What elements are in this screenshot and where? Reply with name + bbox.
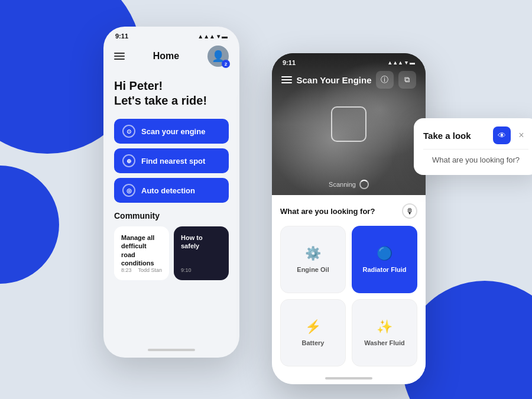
- scan-status: Scanning: [329, 180, 369, 189]
- scan-frame: [331, 106, 366, 142]
- home-indicator: [148, 349, 195, 351]
- community-cards: Manage all defficult road conditions 8:2…: [114, 226, 229, 280]
- what-looking-text: What are you looking for?: [280, 207, 375, 216]
- eye-button[interactable]: 👁: [493, 126, 511, 144]
- comm-card-dark-title: How to safely: [181, 233, 222, 251]
- home-indicator-2: [325, 377, 372, 379]
- comm-card-light-time: 8:23: [121, 267, 132, 273]
- phone1-content: Hi Peter! Let's take a ride! ⊙ Scan your…: [103, 73, 239, 346]
- radiator-fluid-icon: 🔵: [377, 246, 392, 261]
- comm-card-light-title: Manage all defficult road conditions: [121, 233, 162, 267]
- auto-detection-label: Auto detection: [141, 186, 195, 195]
- battery-icon-opt: ⚡: [305, 319, 321, 335]
- status-bar-phone1: 9:11 ▲▲▲ ▾ ▬: [103, 27, 239, 42]
- comm-card-dark-meta: 9:10: [181, 267, 222, 273]
- signal-icon: ▲▲▲: [197, 33, 215, 40]
- battery-option[interactable]: ⚡ Battery: [280, 299, 346, 366]
- greeting: Hi Peter! Let's take a ride!: [114, 79, 229, 108]
- tooltip-popup: Take a look 👁 × What are you looking for…: [414, 118, 532, 175]
- tooltip-divider: [423, 149, 528, 150]
- phone2-header-icons: ⓘ ⧉: [376, 71, 416, 89]
- battery-icon: ▬: [222, 33, 228, 40]
- engine-oil-option[interactable]: ⚙️ Engine Oil: [280, 226, 346, 293]
- status-icons-phone1: ▲▲▲ ▾ ▬: [197, 33, 228, 40]
- status-icons-phone2: ▲▲▲ ▾ ▬: [387, 60, 415, 66]
- radiator-fluid-label: Radiator Fluid: [363, 266, 407, 273]
- scan-engine-label: Scan your engine: [141, 127, 205, 136]
- greeting-line2: Let's take a ride!: [114, 93, 229, 108]
- home-title: Home: [153, 51, 179, 61]
- copy-button[interactable]: ⧉: [398, 71, 416, 89]
- community-title: Community: [114, 211, 229, 220]
- status-time-phone1: 9:11: [115, 33, 128, 40]
- close-button[interactable]: ×: [514, 128, 528, 142]
- status-bar-phone2: 9:11 ▲▲▲ ▾ ▬: [272, 53, 426, 69]
- community-card-light[interactable]: Manage all defficult road conditions 8:2…: [114, 226, 169, 280]
- auto-detection-icon: ◎: [122, 184, 135, 197]
- washer-fluid-label: Washer Fluid: [364, 339, 405, 346]
- menu-icon[interactable]: [114, 53, 125, 60]
- comm-card-dark-time: 9:10: [181, 267, 192, 273]
- washer-fluid-option[interactable]: ✨ Washer Fluid: [352, 299, 417, 366]
- phone-scan: 9:11 ▲▲▲ ▾ ▬ Scan Your Engine ⓘ ⧉ Scanni…: [272, 53, 426, 384]
- phone-home: 9:11 ▲▲▲ ▾ ▬ Home 👤 2 Hi Peter! Let's ta…: [103, 27, 239, 358]
- battery-icon-2: ▬: [410, 60, 415, 66]
- find-nearest-icon: ⊕: [122, 154, 135, 167]
- menu-icon-2[interactable]: [281, 76, 292, 83]
- signal-icon-2: ▲▲▲: [387, 60, 403, 66]
- scan-engine-button[interactable]: ⊙ Scan your engine: [114, 119, 229, 144]
- options-grid: ⚙️ Engine Oil 🔵 Radiator Fluid ⚡ Battery…: [280, 226, 417, 366]
- community-card-dark[interactable]: How to safely 9:10: [174, 226, 229, 280]
- washer-fluid-icon: ✨: [377, 319, 392, 335]
- battery-label: Battery: [302, 339, 325, 346]
- wifi-icon: ▾: [217, 33, 220, 40]
- avatar-badge[interactable]: 👤 2: [207, 46, 229, 67]
- greeting-line1: Hi Peter!: [114, 79, 229, 93]
- notification-badge: 2: [222, 60, 230, 68]
- tooltip-header: Take a look 👁 ×: [423, 126, 528, 144]
- phone1-header: Home 👤 2: [103, 42, 239, 73]
- tooltip-title: Take a look: [423, 131, 471, 141]
- find-nearest-button[interactable]: ⊕ Find nearest spot: [114, 148, 229, 173]
- find-nearest-label: Find nearest spot: [141, 157, 205, 166]
- engine-oil-label: Engine Oil: [297, 266, 329, 273]
- scan-spinner: [359, 180, 369, 189]
- phone2-bottom: What are you looking for? 🎙 ⚙️ Engine Oi…: [272, 195, 426, 372]
- comm-card-light-meta: 8:23 Todd Stan: [121, 267, 162, 273]
- comm-card-light-author: Todd Stan: [138, 267, 162, 273]
- scan-engine-icon: ⊙: [122, 125, 135, 138]
- radiator-fluid-option[interactable]: 🔵 Radiator Fluid: [352, 226, 417, 293]
- engine-oil-icon: ⚙️: [305, 246, 321, 261]
- phone2-header: Scan Your Engine ⓘ ⧉: [272, 69, 426, 93]
- bg-blob-left-mid: [0, 166, 59, 284]
- info-button[interactable]: ⓘ: [376, 71, 394, 89]
- phone1-home-bar: [103, 346, 239, 358]
- what-looking-row: What are you looking for? 🎙: [280, 203, 417, 219]
- auto-detection-button[interactable]: ◎ Auto detection: [114, 178, 229, 203]
- wifi-icon-2: ▾: [405, 60, 408, 66]
- tooltip-actions: 👁 ×: [493, 126, 528, 144]
- tooltip-question: What are you looking for?: [423, 153, 528, 167]
- phone2-top: 9:11 ▲▲▲ ▾ ▬ Scan Your Engine ⓘ ⧉ Scanni…: [272, 53, 426, 195]
- status-time-phone2: 9:11: [283, 59, 296, 66]
- scan-engine-title: Scan Your Engine: [297, 75, 372, 85]
- mic-button[interactable]: 🎙: [402, 203, 417, 219]
- scan-status-label: Scanning: [329, 181, 356, 188]
- phone2-home-bar: [272, 372, 426, 384]
